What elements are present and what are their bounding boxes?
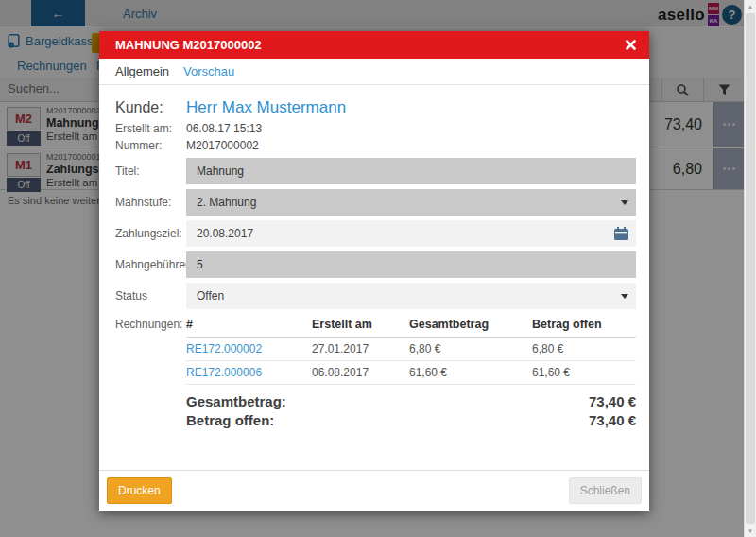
gesamtbetrag-total-value: 73,40 € xyxy=(589,392,636,411)
dialog-body: Kunde: Herr Max Mustermann Erstellt am: … xyxy=(99,85,649,430)
gesamtbetrag-total-label: Gesamtbetrag: xyxy=(186,392,286,411)
invoice-open: 6,80 € xyxy=(532,337,636,360)
invoice-link[interactable]: RE172.000006 xyxy=(186,366,262,379)
mahnstufe-label: Mahnstufe: xyxy=(115,189,186,216)
rechnungen-label: Rechnungen: xyxy=(115,312,186,385)
scroll-down-arrow[interactable]: ▼ xyxy=(745,525,756,537)
table-row: RE172.000006 06.08.2017 61,60 € 61,60 € xyxy=(186,360,636,384)
mahngebuehren-row: Mahngebühren: xyxy=(115,251,636,278)
close-button[interactable] xyxy=(626,40,636,50)
totals-block: Gesamtbetrag: 73,40 € Betrag offen: 73,4… xyxy=(186,392,636,430)
invoice-table: # Erstellt am Gesamtbetrag Betrag offen … xyxy=(186,312,636,385)
chevron-down-icon xyxy=(621,200,628,205)
vertical-scrollbar[interactable]: ▲ ▼ xyxy=(744,0,756,537)
gesamtbetrag-total: Gesamtbetrag: 73,40 € xyxy=(186,392,636,411)
invoice-date: 06.08.2017 xyxy=(312,360,409,384)
status-label: Status xyxy=(115,283,186,309)
tab-allgemein[interactable]: Allgemein xyxy=(115,64,169,78)
zahlungsziel-label: Zahlungsziel: xyxy=(115,220,186,247)
table-header-row: # Erstellt am Gesamtbetrag Betrag offen xyxy=(186,312,636,337)
dialog-header: MAHNUNG M2017000002 xyxy=(99,31,649,59)
col-header-gesamtbetrag: Gesamtbetrag xyxy=(409,312,532,337)
dialog-footer: Drucken Schließen xyxy=(99,470,649,511)
zahlungsziel-row: Zahlungsziel: 20.08.2017 xyxy=(115,220,636,247)
col-header-betrag-offen: Betrag offen xyxy=(532,312,636,337)
betrag-offen-total-label: Betrag offen: xyxy=(186,411,274,430)
table-row: RE172.000002 27.01.2017 6,80 € 6,80 € xyxy=(186,337,636,360)
kunde-label: Kunde: xyxy=(115,99,186,116)
titel-label: Titel: xyxy=(115,158,186,184)
erstellt-row: Erstellt am: 06.08.17 15:13 xyxy=(115,120,636,136)
calendar-icon[interactable] xyxy=(614,227,628,240)
status-row: Status Offen xyxy=(115,283,636,309)
status-select[interactable]: Offen xyxy=(186,283,636,309)
close-icon xyxy=(626,40,636,50)
tab-vorschau[interactable]: Vorschau xyxy=(183,64,234,78)
zahlungsziel-value: 20.08.2017 xyxy=(186,220,636,247)
nummer-value: M2017000002 xyxy=(186,139,259,152)
erstellt-label: Erstellt am: xyxy=(115,122,186,135)
erstellt-value: 06.08.17 15:13 xyxy=(186,122,262,135)
betrag-offen-total-value: 73,40 € xyxy=(589,411,636,430)
chevron-down-icon xyxy=(621,294,628,299)
betrag-offen-total: Betrag offen: 73,40 € xyxy=(186,411,636,430)
mahnung-dialog: MAHNUNG M2017000002 Allgemein Vorschau K… xyxy=(99,31,649,511)
invoice-total: 61,60 € xyxy=(409,360,532,384)
scroll-up-arrow[interactable]: ▲ xyxy=(745,0,756,12)
dialog-title: MAHNUNG M2017000002 xyxy=(115,38,262,52)
customer-link[interactable]: Herr Max Mustermann xyxy=(186,98,346,117)
scrollbar-thumb[interactable] xyxy=(746,13,755,524)
invoice-open: 61,60 € xyxy=(532,360,636,384)
kunde-row: Kunde: Herr Max Mustermann xyxy=(115,98,636,119)
zahlungsziel-datepicker[interactable]: 20.08.2017 xyxy=(186,220,636,247)
titel-input[interactable] xyxy=(186,158,636,184)
mahnstufe-select[interactable]: 2. Mahnung xyxy=(186,189,636,216)
print-button[interactable]: Drucken xyxy=(107,477,172,504)
dialog-tabs: Allgemein Vorschau xyxy=(99,59,649,85)
nummer-row: Nummer: M2017000002 xyxy=(115,137,636,153)
col-header-nr: # xyxy=(186,312,312,337)
mahngebuehren-label: Mahngebühren: xyxy=(115,251,186,278)
invoice-date: 27.01.2017 xyxy=(312,337,409,360)
schliessen-button[interactable]: Schließen xyxy=(569,477,642,504)
status-value: Offen xyxy=(186,283,636,309)
nummer-label: Nummer: xyxy=(115,139,186,152)
mahnstufe-value: 2. Mahnung xyxy=(186,189,636,216)
mahnstufe-row: Mahnstufe: 2. Mahnung xyxy=(115,189,636,216)
titel-row: Titel: xyxy=(115,158,636,184)
screen: ← Archiv asello MM KA ? Bargeldkassa xyxy=(0,0,756,537)
invoice-link[interactable]: RE172.000002 xyxy=(186,342,262,355)
rechnungen-row: Rechnungen: # Erstellt am Gesamtbetrag B… xyxy=(115,312,636,385)
col-header-erstellt: Erstellt am xyxy=(312,312,409,337)
mahngebuehren-input[interactable] xyxy=(186,251,636,278)
invoice-total: 6,80 € xyxy=(409,337,532,360)
